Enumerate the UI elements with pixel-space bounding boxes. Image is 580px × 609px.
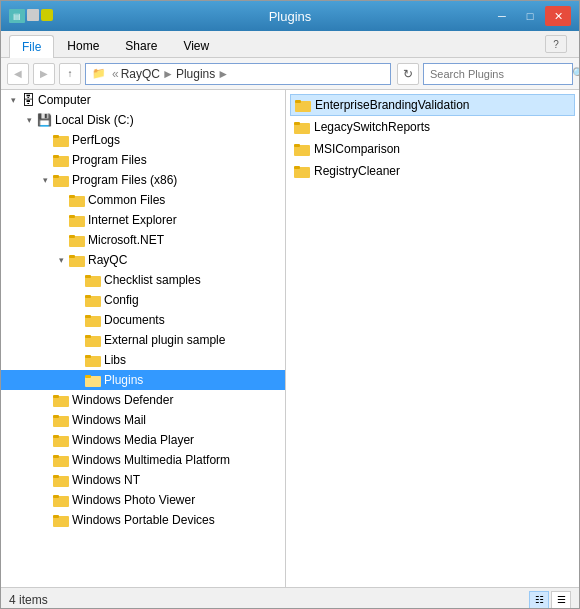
forward-button[interactable]: ▶ bbox=[33, 63, 55, 85]
folder-icon-windows-defender bbox=[53, 393, 69, 407]
tab-home[interactable]: Home bbox=[54, 34, 112, 57]
tab-file[interactable]: File bbox=[9, 35, 54, 58]
tree-item-perflogs[interactable]: PerfLogs bbox=[1, 130, 285, 150]
tree-item-program-files[interactable]: Program Files bbox=[1, 150, 285, 170]
tree-item-microsoft-net[interactable]: Microsoft.NET bbox=[1, 230, 285, 250]
address-path[interactable]: 📁 « RayQC ► Plugins ► bbox=[85, 63, 391, 85]
folder-icon-documents bbox=[85, 313, 101, 327]
svg-rect-32 bbox=[53, 435, 59, 438]
tree-item-internet-explorer[interactable]: Internet Explorer bbox=[1, 210, 285, 230]
close-button[interactable]: ✕ bbox=[545, 6, 571, 26]
tree-item-checklist-samples[interactable]: Checklist samples bbox=[1, 270, 285, 290]
svg-rect-38 bbox=[53, 495, 59, 498]
tree-label-computer: Computer bbox=[38, 93, 91, 107]
folder-icon-msi-comparison bbox=[294, 142, 310, 156]
tree-label-rayqc: RayQC bbox=[88, 253, 127, 267]
folder-icon-legacy-switch bbox=[294, 120, 310, 134]
file-label-legacy-switch: LegacySwitchReports bbox=[314, 120, 430, 134]
tree-panel[interactable]: ▾ 🗄 Computer ▾ 💾 Local Disk (C:) PerfLog… bbox=[1, 90, 286, 587]
title-bar-left: ▤ bbox=[9, 9, 53, 23]
view-list-button[interactable]: ☰ bbox=[551, 591, 571, 609]
folder-icon-program-files-x86 bbox=[53, 173, 69, 187]
tree-label-windows-photo: Windows Photo Viewer bbox=[72, 493, 195, 507]
folder-icon-windows-portable bbox=[53, 513, 69, 527]
tree-item-external-plugin[interactable]: External plugin sample bbox=[1, 330, 285, 350]
tree-item-plugins[interactable]: Plugins bbox=[1, 370, 285, 390]
folder-icon-registry-cleaner bbox=[294, 164, 310, 178]
tree-item-windows-media-player[interactable]: Windows Media Player bbox=[1, 430, 285, 450]
tree-item-libs[interactable]: Libs bbox=[1, 350, 285, 370]
folder-icon-external-plugin bbox=[85, 333, 101, 347]
folder-icon-libs bbox=[85, 353, 101, 367]
file-item-msi-comparison[interactable]: MSIComparison bbox=[290, 138, 575, 160]
tree-label-checklist-samples: Checklist samples bbox=[104, 273, 201, 287]
tree-label-external-plugin: External plugin sample bbox=[104, 333, 225, 347]
help-button[interactable]: ? bbox=[545, 35, 567, 53]
status-bar: 4 items ☷ ☰ bbox=[1, 587, 579, 609]
folder-icon-windows-nt bbox=[53, 473, 69, 487]
svg-rect-18 bbox=[85, 295, 91, 298]
tree-label-local-disk: Local Disk (C:) bbox=[55, 113, 134, 127]
main-content: ▾ 🗄 Computer ▾ 💾 Local Disk (C:) PerfLog… bbox=[1, 90, 579, 587]
svg-rect-2 bbox=[53, 135, 59, 138]
up-button[interactable]: ↑ bbox=[59, 63, 81, 85]
expand-icon-local-disk: ▾ bbox=[21, 115, 37, 125]
tree-item-common-files[interactable]: Common Files bbox=[1, 190, 285, 210]
maximize-button[interactable]: □ bbox=[517, 6, 543, 26]
tree-label-windows-multimedia: Windows Multimedia Platform bbox=[72, 453, 230, 467]
tree-item-windows-defender[interactable]: Windows Defender bbox=[1, 390, 285, 410]
svg-rect-30 bbox=[53, 415, 59, 418]
file-item-legacy-switch[interactable]: LegacySwitchReports bbox=[290, 116, 575, 138]
tree-item-local-disk[interactable]: ▾ 💾 Local Disk (C:) bbox=[1, 110, 285, 130]
tree-label-perflogs: PerfLogs bbox=[72, 133, 120, 147]
tree-item-computer[interactable]: ▾ 🗄 Computer bbox=[1, 90, 285, 110]
svg-rect-12 bbox=[69, 235, 75, 238]
tree-label-windows-portable: Windows Portable Devices bbox=[72, 513, 215, 527]
svg-rect-40 bbox=[53, 515, 59, 518]
path-segment-rayqc: RayQC bbox=[121, 67, 160, 81]
tree-item-documents[interactable]: Documents bbox=[1, 310, 285, 330]
address-bar: ◀ ▶ ↑ 📁 « RayQC ► Plugins ► ↻ 🔍 bbox=[1, 58, 579, 90]
expand-icon-computer: ▾ bbox=[5, 95, 21, 105]
tree-item-config[interactable]: Config bbox=[1, 290, 285, 310]
path-separator-2: ► bbox=[162, 67, 174, 81]
tab-view[interactable]: View bbox=[170, 34, 222, 57]
tree-item-windows-nt[interactable]: Windows NT bbox=[1, 470, 285, 490]
computer-icon: 🗄 bbox=[21, 92, 35, 108]
file-item-enterprise-branding[interactable]: EnterpriseBrandingValidation bbox=[290, 94, 575, 116]
svg-rect-14 bbox=[69, 255, 75, 258]
window-title: Plugins bbox=[269, 9, 312, 24]
tree-label-program-files-x86: Program Files (x86) bbox=[72, 173, 177, 187]
refresh-button[interactable]: ↻ bbox=[397, 63, 419, 85]
tree-label-plugins: Plugins bbox=[104, 373, 143, 387]
file-item-registry-cleaner[interactable]: RegistryCleaner bbox=[290, 160, 575, 182]
title-bar: ▤ Plugins ─ □ ✕ bbox=[1, 1, 579, 31]
tree-item-windows-multimedia[interactable]: Windows Multimedia Platform bbox=[1, 450, 285, 470]
tree-label-microsoft-net: Microsoft.NET bbox=[88, 233, 164, 247]
svg-rect-36 bbox=[53, 475, 59, 478]
search-icon: 🔍 bbox=[572, 67, 580, 80]
tree-item-windows-mail[interactable]: Windows Mail bbox=[1, 410, 285, 430]
tree-label-windows-nt: Windows NT bbox=[72, 473, 140, 487]
tree-item-windows-portable[interactable]: Windows Portable Devices bbox=[1, 510, 285, 530]
folder-icon-enterprise-branding bbox=[295, 98, 311, 112]
svg-rect-28 bbox=[53, 395, 59, 398]
back-button[interactable]: ◀ bbox=[7, 63, 29, 85]
view-details-button[interactable]: ☷ bbox=[529, 591, 549, 609]
tree-label-windows-defender: Windows Defender bbox=[72, 393, 173, 407]
folder-icon-plugins bbox=[85, 373, 101, 387]
files-panel[interactable]: EnterpriseBrandingValidation LegacySwitc… bbox=[286, 90, 579, 587]
minimize-button[interactable]: ─ bbox=[489, 6, 515, 26]
tree-item-program-files-x86[interactable]: ▾ Program Files (x86) bbox=[1, 170, 285, 190]
svg-rect-34 bbox=[53, 455, 59, 458]
tree-item-rayqc[interactable]: ▾ RayQC bbox=[1, 250, 285, 270]
tree-label-windows-media-player: Windows Media Player bbox=[72, 433, 194, 447]
hdd-icon: 💾 bbox=[37, 113, 52, 127]
expand-icon-rayqc: ▾ bbox=[53, 255, 69, 265]
folder-icon-windows-photo bbox=[53, 493, 69, 507]
tab-share[interactable]: Share bbox=[112, 34, 170, 57]
folder-icon-config bbox=[85, 293, 101, 307]
svg-rect-10 bbox=[69, 215, 75, 218]
tree-item-windows-photo[interactable]: Windows Photo Viewer bbox=[1, 490, 285, 510]
search-input[interactable] bbox=[430, 68, 568, 80]
